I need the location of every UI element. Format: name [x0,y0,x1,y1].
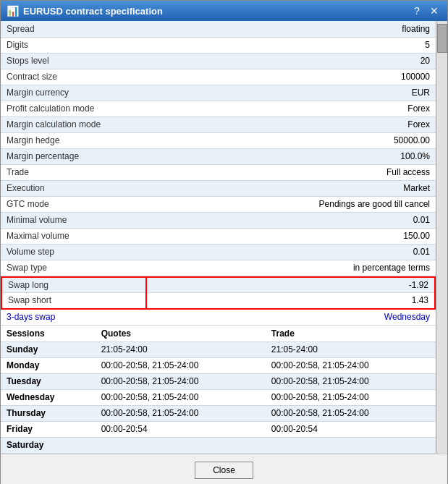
session-row: Monday 00:00-20:58, 21:05-24:00 00:00-20… [1,357,436,373]
spec-label: Margin percentage [1,148,145,164]
title-bar: 📊 EURUSD contract specification ? ✕ [1,1,447,21]
sessions-header-row: Sessions Quotes Trade [1,326,436,341]
spec-row: GTC mode Pendings are good till cancel [1,196,436,212]
spec-row: Execution Market [1,180,436,196]
spec-value: 100000 [145,69,436,85]
swap-long-value: -1.92 [146,277,435,293]
trade-col-header: Trade [266,326,436,341]
session-row: Thursday 00:00-20:58, 21:05-24:00 00:00-… [1,405,436,421]
swap-short-row: Swap short 1.43 [1,293,435,309]
swap-short-label: Swap short [1,293,146,309]
spec-label: Swap type [1,260,145,276]
spec-row: Trade Full access [1,164,436,180]
session-day: Saturday [1,437,96,453]
swap-highlight-table: Swap long -1.92 Swap short 1.43 [1,276,436,310]
spec-value: 20 [145,53,436,69]
spec-label: Volume step [1,244,145,260]
session-day: Sunday [1,341,96,357]
title-bar-controls: ? ✕ [410,4,441,18]
spec-row: Margin percentage 100.0% [1,148,436,164]
spec-row: Maximal volume 150.00 [1,228,436,244]
spec-value: 50000.00 [145,132,436,148]
session-row: Wednesday 00:00-20:58, 21:05-24:00 00:00… [1,389,436,405]
session-trade: 00:00-20:58, 21:05-24:00 [266,357,436,373]
main-content: Spread floating Digits 5 Stops level 20 … [1,21,436,454]
spec-value: 5 [145,37,436,53]
swap-long-row: Swap long -1.92 [1,277,435,293]
spec-row: Contract size 100000 [1,69,436,85]
session-day: Friday [1,421,96,437]
spec-row: Margin currency EUR [1,85,436,101]
sessions-table: Sessions Quotes Trade Sunday 21:05-24:00… [1,326,436,454]
spec-label: GTC mode [1,196,145,212]
scrollbar[interactable] [436,21,447,454]
session-quotes [96,437,266,453]
spec-label: Execution [1,180,145,196]
session-day: Wednesday [1,389,96,405]
spec-table: Spread floating Digits 5 Stops level 20 … [1,21,436,276]
session-trade: 00:00-20:54 [266,421,436,437]
scrollbar-area: Spread floating Digits 5 Stops level 20 … [1,21,447,454]
spec-row: Profit calculation mode Forex [1,101,436,116]
session-row: Tuesday 00:00-20:58, 21:05-24:00 00:00-2… [1,373,436,389]
dialog-footer: Close [1,454,447,485]
spec-value: 0.01 [145,244,436,260]
spec-value: 100.0% [145,148,436,164]
spec-row: Minimal volume 0.01 [1,212,436,228]
spec-label: Profit calculation mode [1,101,145,116]
close-title-button[interactable]: ✕ [427,4,441,18]
dialog-title: EURUSD contract specification [23,6,163,17]
session-quotes: 00:00-20:58, 21:05-24:00 [96,357,266,373]
spec-label: Stops level [1,53,145,69]
close-footer-button[interactable]: Close [195,462,253,479]
spec-row: Swap type in percentage terms [1,260,436,276]
session-quotes: 00:00-20:58, 21:05-24:00 [96,405,266,421]
quotes-col-header: Quotes [96,326,266,341]
spec-value: 150.00 [145,228,436,244]
spec-label: Margin currency [1,85,145,101]
session-trade: 00:00-20:58, 21:05-24:00 [266,373,436,389]
session-day: Monday [1,357,96,373]
title-bar-left: 📊 EURUSD contract specification [7,5,163,17]
session-quotes: 21:05-24:00 [96,341,266,357]
spec-label: Maximal volume [1,228,145,244]
session-trade [266,437,436,453]
spec-value: Market [145,180,436,196]
session-day: Thursday [1,405,96,421]
days-swap-table: 3-days swap Wednesday [1,310,436,326]
session-day: Tuesday [1,373,96,389]
spec-row: Spread floating [1,21,436,37]
spec-row: Stops level 20 [1,53,436,69]
spec-value: in percentage terms [145,260,436,276]
spec-value: floating [145,21,436,37]
spec-row: Digits 5 [1,37,436,53]
spec-value: EUR [145,85,436,101]
session-row: Friday 00:00-20:54 00:00-20:54 [1,421,436,437]
session-row: Sunday 21:05-24:00 21:05-24:00 [1,341,436,357]
spec-label: Digits [1,37,145,53]
session-quotes: 00:00-20:54 [96,421,266,437]
session-quotes: 00:00-20:58, 21:05-24:00 [96,389,266,405]
spec-row: Margin calculation mode Forex [1,116,436,132]
contract-spec-dialog: 📊 EURUSD contract specification ? ✕ Spre… [0,0,448,484]
spec-row: Margin hedge 50000.00 [1,132,436,148]
spec-value: Forex [145,116,436,132]
session-quotes: 00:00-20:58, 21:05-24:00 [96,373,266,389]
days-swap-row: 3-days swap Wednesday [1,310,436,326]
spec-value: Pendings are good till cancel [145,196,436,212]
scrollbar-thumb[interactable] [437,24,447,53]
spec-value: Forex [145,101,436,116]
spec-label: Minimal volume [1,212,145,228]
sessions-col-header: Sessions [1,326,96,341]
spec-value: Full access [145,164,436,180]
dialog-icon: 📊 [7,5,19,17]
help-button[interactable]: ? [410,4,424,18]
spec-row: Volume step 0.01 [1,244,436,260]
session-trade: 00:00-20:58, 21:05-24:00 [266,405,436,421]
days-swap-value: Wednesday [145,310,436,326]
session-trade: 00:00-20:58, 21:05-24:00 [266,389,436,405]
spec-label: Margin hedge [1,132,145,148]
swap-short-value: 1.43 [146,293,435,309]
spec-label: Trade [1,164,145,180]
spec-label: Margin calculation mode [1,116,145,132]
